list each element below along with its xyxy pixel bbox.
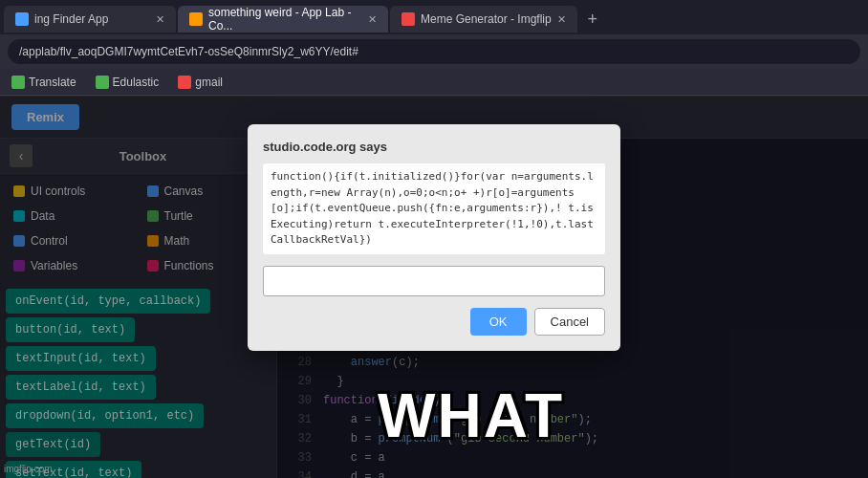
address-bar[interactable]: /applab/flv_aoqDGMI7wymtCetEvh7-osSeQ8in… (8, 39, 860, 64)
address-bar-row: /applab/flv_aoqDGMI7wymtCetEvh7-osSeQ8in… (0, 34, 868, 69)
tab-close-2[interactable]: ✕ (368, 13, 377, 26)
tab-close-3[interactable]: ✕ (557, 13, 566, 26)
tab-icon-3 (401, 12, 415, 26)
tab-3[interactable]: Meme Generator - Imgflip ✕ (390, 6, 577, 33)
dialog-message: function(){if(t.initialized()}for(var n=… (263, 163, 605, 254)
dialog-title: studio.code.org says (263, 140, 605, 154)
browser-chrome: ing Finder App ✕ something weird - App L… (0, 0, 868, 97)
new-tab-button[interactable]: + (579, 6, 606, 33)
meme-what-text: WHAT (378, 380, 564, 451)
bookmark-translate[interactable]: Translate (8, 74, 80, 91)
bookmark-gmail[interactable]: gmail (174, 74, 227, 91)
tab-close-1[interactable]: ✕ (156, 13, 164, 26)
tab-icon-2 (189, 12, 203, 26)
dialog-ok-button[interactable]: OK (470, 308, 527, 336)
tab-bar: ing Finder App ✕ something weird - App L… (0, 0, 868, 34)
bookmark-icon-gmail (178, 76, 191, 89)
tab-2[interactable]: something weird - App Lab - Co... ✕ (178, 6, 388, 33)
dialog: studio.code.org says function(){if(t.ini… (248, 124, 620, 351)
dialog-input[interactable] (263, 266, 605, 296)
bookmark-label-translate: Translate (29, 76, 76, 89)
bookmark-edulastic[interactable]: Edulastic (92, 74, 163, 91)
dialog-buttons: OK Cancel (263, 308, 605, 336)
tab-1[interactable]: ing Finder App ✕ (4, 6, 176, 33)
bookmark-label-edulastic: Edulastic (113, 76, 160, 89)
imgflip-watermark: imgflip.com (4, 464, 53, 474)
bookmark-icon-translate (11, 76, 25, 89)
tab-icon-1 (15, 12, 29, 26)
address-text: /applab/flv_aoqDGMI7wymtCetEvh7-osSeQ8in… (19, 45, 358, 58)
bookmark-label-gmail: gmail (195, 76, 223, 89)
dialog-input-row (263, 266, 605, 296)
dialog-cancel-button[interactable]: Cancel (534, 308, 605, 336)
tab-label-1: ing Finder App (34, 12, 108, 26)
bookmark-icon-edulastic (96, 76, 109, 89)
tab-label-2: something weird - App Lab - Co... (208, 6, 362, 33)
bookmarks-bar: Translate Edulastic gmail (0, 69, 868, 96)
tab-label-3: Meme Generator - Imgflip (421, 12, 552, 26)
